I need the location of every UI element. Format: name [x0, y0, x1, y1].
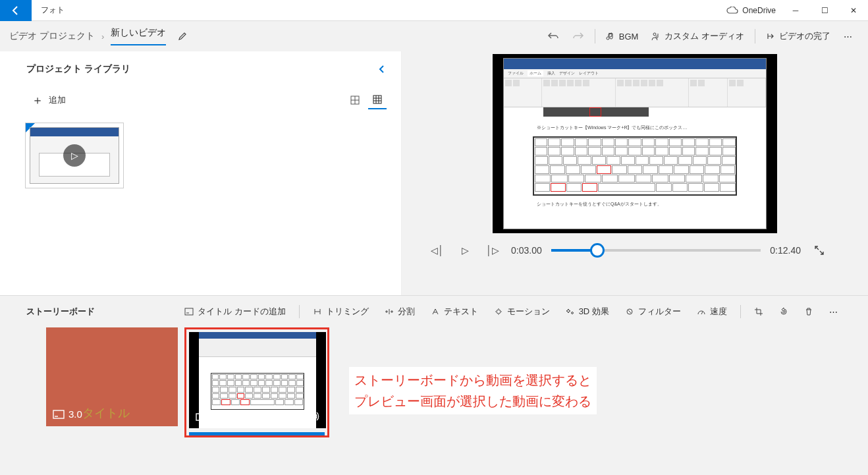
speaker-icon	[308, 411, 319, 422]
pencil-icon	[178, 32, 187, 41]
undo-icon	[547, 30, 559, 42]
card-icon	[53, 410, 65, 419]
title-card-clip[interactable]: 3.0 タイトル	[46, 327, 178, 426]
library-title: プロジェクト ライブラリ	[26, 63, 377, 75]
play-button[interactable]: ▷	[456, 241, 474, 260]
edit-name-button[interactable]	[178, 32, 187, 41]
add-title-card-button[interactable]: タイトル カードの追加	[179, 306, 291, 318]
next-frame-button[interactable]: │▷	[483, 241, 502, 260]
onedrive-status[interactable]: OneDrive	[726, 6, 776, 15]
3d-effect-button[interactable]: 3D 効果	[560, 306, 614, 318]
divider	[595, 29, 595, 43]
video-player[interactable]: ファイルホーム挿入デザインレイアウト ※ショートカットキー【Windows マー…	[493, 54, 777, 233]
storyboard-title: ストーリーボード	[26, 306, 95, 318]
undo-button[interactable]	[541, 30, 566, 42]
close-button[interactable]: ✕	[839, 0, 868, 21]
view-small-button[interactable]	[368, 91, 387, 109]
crop-button[interactable]	[749, 307, 769, 316]
breadcrumb-root[interactable]: ビデオ プロジェクト	[9, 30, 95, 42]
header: ビデオ プロジェクト › 新しいビデオ BGM カスタム オーディオ ビデオの完…	[0, 21, 868, 51]
storyboard-toolbar: ストーリーボード タイトル カードの追加 トリミング 分割 テキスト モーション…	[0, 296, 868, 327]
library-clip-thumbnail[interactable]: ▷	[25, 123, 124, 188]
trim-button[interactable]: トリミング	[308, 306, 374, 318]
video-clip[interactable]: 9.37	[189, 332, 326, 428]
cloud-icon	[726, 7, 738, 14]
total-time: 0:12.40	[770, 245, 801, 256]
title-card-text: タイトル	[82, 405, 130, 421]
custom-audio-button[interactable]: カスタム オーディオ	[645, 30, 751, 42]
collapse-library-button[interactable]	[377, 65, 387, 74]
split-icon	[385, 308, 394, 316]
trash-icon	[804, 307, 813, 316]
divider	[740, 305, 741, 318]
rotate-icon	[779, 307, 788, 316]
seek-bar[interactable]	[551, 249, 761, 252]
export-icon	[766, 32, 775, 41]
divider	[755, 29, 755, 43]
bgm-button[interactable]: BGM	[599, 32, 645, 42]
video-duration-badge: 9.37	[196, 411, 233, 423]
svg-rect-7	[196, 414, 203, 420]
svg-rect-6	[53, 410, 64, 418]
preview-panel: ファイルホーム挿入デザインレイアウト ※ショートカットキー【Windows マー…	[402, 51, 868, 295]
view-large-button[interactable]	[346, 91, 364, 109]
svg-point-0	[653, 33, 656, 36]
filter-icon	[625, 308, 634, 316]
card-icon	[184, 308, 194, 316]
player-controls: ◁│ ▷ │▷ 0:03.00 0:12.40	[402, 233, 868, 260]
video-frame: ファイルホーム挿入デザインレイアウト ※ショートカットキー【Windows マー…	[503, 58, 767, 229]
chevron-left-icon	[377, 65, 387, 74]
grid-small-icon	[373, 95, 382, 104]
filter-button[interactable]: フィルター	[620, 306, 686, 318]
app-title: フォト	[41, 5, 65, 16]
fullscreen-button[interactable]	[810, 241, 828, 260]
svg-point-4	[497, 310, 501, 314]
delete-button[interactable]	[799, 307, 819, 316]
motion-icon	[494, 308, 503, 316]
sparkle-icon	[566, 308, 575, 316]
person-music-icon	[651, 32, 661, 41]
prev-frame-button[interactable]: ◁│	[428, 241, 447, 260]
divider	[299, 305, 300, 318]
svg-rect-2	[373, 96, 381, 103]
plus-icon: ＋	[32, 92, 43, 108]
clip-selection-underline	[189, 432, 325, 435]
chevron-right-icon: ›	[101, 32, 104, 42]
video-icon	[196, 412, 207, 422]
play-overlay-icon: ▷	[63, 144, 86, 167]
seek-knob[interactable]	[590, 243, 605, 258]
title-duration-badge: 3.0	[53, 408, 82, 420]
current-time: 0:03.00	[511, 245, 542, 256]
main-area: プロジェクト ライブラリ ＋ 追加 ▷	[0, 51, 868, 295]
text-button[interactable]: テキスト	[425, 306, 483, 318]
more-button[interactable]: ⋯	[837, 32, 859, 42]
redo-icon	[572, 30, 584, 42]
finish-video-button[interactable]: ビデオの完了	[759, 30, 837, 42]
storyboard-more-button[interactable]: ⋯	[824, 307, 843, 317]
speed-icon	[697, 308, 706, 316]
motion-button[interactable]: モーション	[489, 306, 555, 318]
expand-icon	[814, 245, 825, 256]
annotation-text: ストーリーボードから動画を選択すると プレビュー画面が選択した動画に変わる	[349, 367, 597, 414]
selected-clip-highlight: 9.37	[184, 327, 329, 437]
add-media-button[interactable]: ＋ 追加	[32, 92, 66, 108]
maximize-button[interactable]: ☐	[810, 0, 839, 21]
split-button[interactable]: 分割	[379, 306, 420, 318]
svg-rect-3	[185, 308, 193, 315]
text-icon	[431, 308, 440, 316]
redo-button[interactable]	[566, 30, 591, 42]
rotate-button[interactable]	[774, 307, 794, 316]
storyboard-track: 3.0 タイトル 9.3	[0, 327, 868, 437]
speed-button[interactable]: 速度	[692, 306, 732, 318]
crop-icon	[754, 307, 763, 316]
storyboard-panel: ストーリーボード タイトル カードの追加 トリミング 分割 テキスト モーション…	[0, 295, 868, 451]
titlebar: フォト OneDrive ─ ☐ ✕	[0, 0, 868, 21]
clip-audio-icon	[308, 411, 319, 422]
minimize-button[interactable]: ─	[781, 0, 810, 21]
grid-large-icon	[350, 96, 360, 105]
back-button[interactable]	[0, 0, 32, 21]
music-icon	[606, 32, 615, 41]
breadcrumb-current[interactable]: 新しいビデオ	[111, 27, 166, 45]
project-library-panel: プロジェクト ライブラリ ＋ 追加 ▷	[0, 51, 402, 295]
trim-icon	[313, 308, 322, 316]
